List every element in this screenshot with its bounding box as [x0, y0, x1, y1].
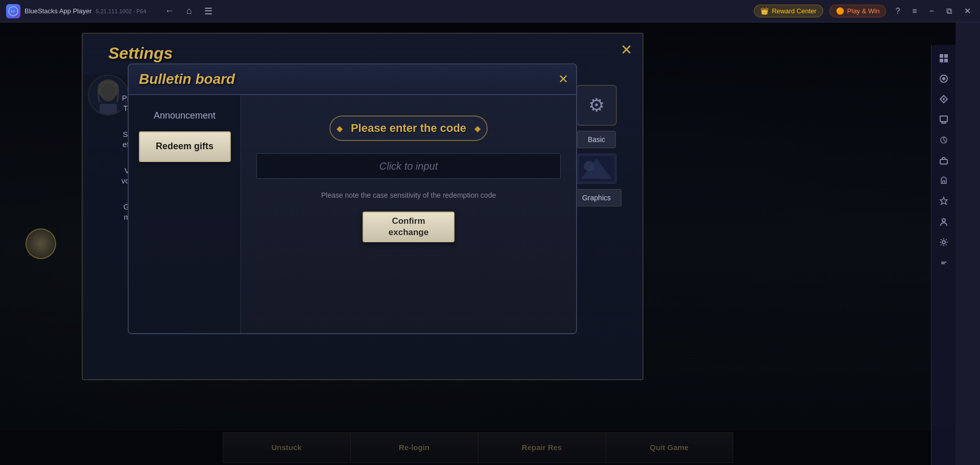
- reward-center-button[interactable]: 👑 Reward Center: [754, 5, 823, 17]
- code-title-background: Please enter the code: [329, 115, 488, 141]
- svg-rect-13: [940, 59, 943, 62]
- svg-point-22: [942, 241, 945, 244]
- svg-point-21: [942, 219, 945, 222]
- left-decoration: [26, 228, 56, 259]
- bulletin-body: Announcement Redeem gifts Please enter t…: [129, 95, 576, 333]
- announcement-label: Announcement: [144, 110, 226, 121]
- bulletin-modal: Bulletin board ✕ Announcement Redeem gif…: [128, 63, 577, 334]
- settings-close-button[interactable]: ✕: [620, 41, 632, 58]
- reward-icon: 👑: [760, 7, 769, 15]
- sidebar-icon-7[interactable]: [935, 192, 953, 211]
- sidebar-icon-3[interactable]: [935, 110, 953, 129]
- settings-title: Settings: [108, 44, 173, 63]
- settings-gear-icon[interactable]: ⚙: [576, 85, 617, 126]
- svg-point-16: [942, 77, 945, 80]
- confirm-exchange-button[interactable]: Confirmexchange: [363, 212, 455, 242]
- sidebar-icon-0[interactable]: [935, 49, 953, 67]
- settings-graphics-button[interactable]: Graphics: [571, 189, 622, 206]
- titlebar-right: 👑 Reward Center 🟠 Play & Win ? ≡ − ⧉ ✕: [754, 4, 980, 18]
- help-button[interactable]: ?: [892, 5, 903, 18]
- bulletin-header: Bulletin board ✕: [129, 64, 576, 95]
- bulletin-redeem-content: Please enter the code Click to input Ple…: [241, 95, 576, 333]
- app-version: 5.21.111.1002 · P64: [96, 8, 147, 14]
- bulletin-close-button[interactable]: ✕: [558, 73, 568, 85]
- back-button[interactable]: ←: [163, 4, 176, 18]
- bulletin-title: Bulletin board: [139, 71, 235, 87]
- code-title-text: Please enter the code: [351, 122, 466, 134]
- svg-rect-14: [944, 59, 948, 62]
- home-button[interactable]: ⌂: [184, 4, 194, 18]
- sidebar-icon-more[interactable]: [935, 253, 953, 272]
- code-input-field[interactable]: Click to input: [256, 153, 561, 179]
- svg-point-17: [943, 98, 945, 100]
- main-content: Settings ✕ 83: [0, 22, 955, 465]
- restore-button[interactable]: ⧉: [943, 5, 955, 18]
- svg-rect-11: [940, 54, 943, 58]
- code-hint-text: Please note the case sensitivity of the …: [321, 191, 496, 199]
- svg-rect-12: [944, 54, 948, 58]
- menu-button[interactable]: ≡: [909, 5, 920, 18]
- sidebar-icon-4[interactable]: [935, 131, 953, 149]
- reward-label: Reward Center: [772, 7, 816, 15]
- sidebar-icon-6[interactable]: [935, 172, 953, 190]
- right-sidebar: [931, 45, 955, 465]
- play-win-button[interactable]: 🟠 Play & Win: [829, 5, 887, 17]
- sidebar-icon-2[interactable]: [935, 90, 953, 108]
- redeem-gifts-button[interactable]: Redeem gifts: [139, 131, 231, 162]
- graphics-image: [576, 153, 617, 184]
- settings-basic-button[interactable]: Basic: [577, 131, 616, 148]
- close-button[interactable]: ✕: [961, 4, 974, 18]
- sidebar-icon-1[interactable]: [935, 69, 953, 88]
- code-input-placeholder: Click to input: [379, 160, 438, 172]
- sidebar-icon-settings[interactable]: [935, 233, 953, 251]
- code-title-container: Please enter the code: [329, 115, 488, 141]
- sidebar-icon-5[interactable]: [935, 151, 953, 170]
- app-info: BlueStacks App Player 5.21.111.1002 · P6…: [0, 4, 153, 18]
- minimize-button[interactable]: −: [926, 5, 937, 18]
- sidebar-icon-8[interactable]: [935, 213, 953, 231]
- bulletin-sidebar: Announcement Redeem gifts: [129, 95, 241, 333]
- titlebar: BlueStacks App Player 5.21.111.1002 · P6…: [0, 0, 980, 22]
- play-win-icon: 🟠: [836, 7, 844, 15]
- nav-buttons: ← ⌂ ☰: [163, 4, 214, 19]
- svg-rect-20: [940, 159, 947, 164]
- app-name: BlueStacks App Player: [25, 7, 92, 15]
- redeem-gifts-label: Redeem gifts: [156, 141, 213, 152]
- play-win-label: Play & Win: [847, 7, 880, 15]
- confirm-exchange-label: Confirmexchange: [389, 216, 428, 238]
- app-logo: [6, 4, 20, 18]
- svg-rect-18: [940, 116, 947, 122]
- bookmark-button[interactable]: ☰: [202, 4, 214, 19]
